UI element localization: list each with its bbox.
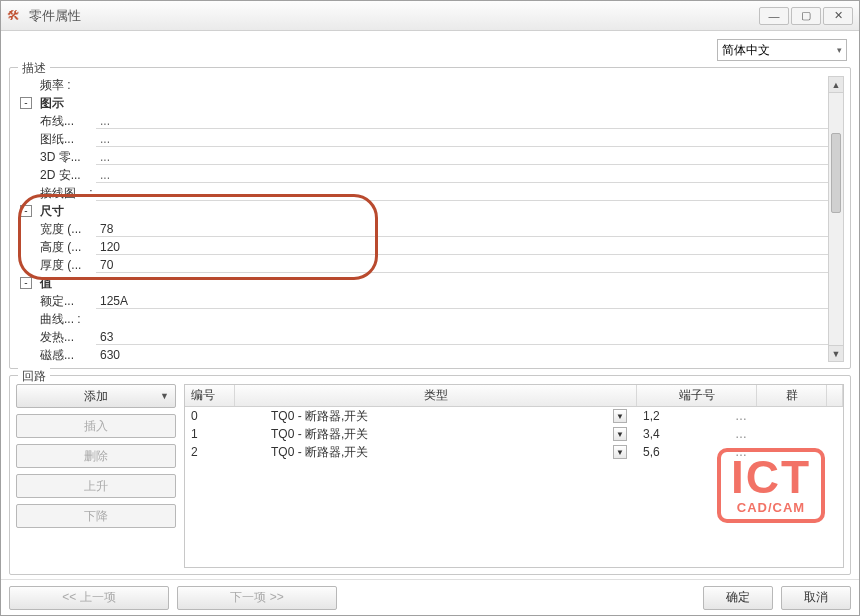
row-label: 宽度 (...: [36, 221, 96, 238]
table-row[interactable]: 1TQ0 - 断路器,开关▼3,4…: [185, 425, 843, 443]
row-label: 频率 :: [36, 77, 96, 94]
tree-group[interactable]: -值: [16, 274, 828, 292]
row-label: 高度 (...: [36, 239, 96, 256]
row-label: 磁感...: [36, 347, 96, 363]
cell-terminal[interactable]: 5,6…: [637, 443, 757, 461]
cell-num: 0: [185, 407, 235, 425]
tree-row[interactable]: 额定...125A: [16, 292, 828, 310]
row-value[interactable]: 63: [96, 329, 828, 345]
tree-row[interactable]: 3D 零......: [16, 148, 828, 166]
group-label: 图示: [36, 95, 96, 112]
close-button[interactable]: ✕: [823, 7, 853, 25]
row-value[interactable]: 120: [96, 239, 828, 255]
row-label: 厚度 (...: [36, 257, 96, 274]
table-row[interactable]: 2TQ0 - 断路器,开关▼5,6…: [185, 443, 843, 461]
row-value[interactable]: ...: [96, 149, 828, 165]
cell-group[interactable]: [757, 407, 827, 425]
description-tree[interactable]: 频率 :-图示布线......图纸......3D 零......2D 安...…: [16, 76, 828, 362]
row-value[interactable]: ...: [96, 131, 828, 147]
row-value[interactable]: [96, 77, 828, 93]
tree-row[interactable]: 布线......: [16, 112, 828, 130]
group-label: 值: [36, 275, 96, 292]
expander-icon[interactable]: -: [20, 277, 32, 289]
scroll-thumb[interactable]: [831, 133, 841, 213]
row-label: 布线...: [36, 113, 96, 130]
chevron-down-icon: ▾: [837, 45, 842, 55]
window: 零件属性 — ▢ ✕ 简体中文 ▾ 描述 频率 :-图示布线......图纸..…: [0, 0, 860, 616]
cell-group[interactable]: [757, 443, 827, 461]
expander-icon[interactable]: -: [20, 205, 32, 217]
cell-terminal[interactable]: 1,2…: [637, 407, 757, 425]
more-icon[interactable]: …: [731, 409, 751, 423]
chevron-down-icon: ▼: [160, 391, 169, 401]
minimize-button[interactable]: —: [759, 7, 789, 25]
cancel-button[interactable]: 取消: [781, 586, 851, 610]
tree-row[interactable]: 接线图... :...: [16, 184, 828, 202]
tree-row[interactable]: 宽度 (...78: [16, 220, 828, 238]
tools-icon: [7, 8, 23, 24]
dropdown-icon[interactable]: ▼: [613, 409, 627, 423]
row-label: 接线图... :: [36, 185, 96, 202]
row-value[interactable]: 630: [96, 347, 828, 362]
dropdown-icon[interactable]: ▼: [613, 427, 627, 441]
tree-group[interactable]: -图示: [16, 94, 828, 112]
circuits-legend: 回路: [18, 368, 50, 385]
language-selected: 简体中文: [722, 42, 770, 59]
row-value[interactable]: ...: [96, 167, 828, 183]
cell-type[interactable]: TQ0 - 断路器,开关▼: [235, 425, 637, 443]
scroll-down-icon[interactable]: ▼: [829, 345, 843, 361]
move-down-button: 下降: [16, 504, 176, 528]
tree-group[interactable]: -尺寸: [16, 202, 828, 220]
tree-row[interactable]: 发热...63: [16, 328, 828, 346]
row-label: 额定...: [36, 293, 96, 310]
more-icon[interactable]: …: [731, 445, 751, 459]
cell-type[interactable]: TQ0 - 断路器,开关▼: [235, 443, 637, 461]
tree-row[interactable]: 曲线... :: [16, 310, 828, 328]
table-row[interactable]: 0TQ0 - 断路器,开关▼1,2…: [185, 407, 843, 425]
insert-button: 插入: [16, 414, 176, 438]
footer-bar: << 上一项 下一项 >> 确定 取消: [1, 579, 859, 615]
tree-row[interactable]: 厚度 (...70: [16, 256, 828, 274]
row-value[interactable]: [96, 311, 828, 327]
row-label: 图纸...: [36, 131, 96, 148]
next-button: 下一项 >>: [177, 586, 337, 610]
row-value[interactable]: ...: [96, 185, 828, 201]
tree-row[interactable]: 高度 (...120: [16, 238, 828, 256]
prev-button: << 上一项: [9, 586, 169, 610]
row-value[interactable]: ...: [96, 113, 828, 129]
description-legend: 描述: [18, 60, 50, 77]
scroll-up-icon[interactable]: ▲: [829, 77, 843, 93]
circuits-fieldset: 回路 添加 ▼ 插入 删除 上升 下降 编号 类型 端子号: [9, 375, 851, 575]
more-icon[interactable]: …: [731, 427, 751, 441]
description-scrollbar[interactable]: ▲ ▼: [828, 76, 844, 362]
tree-row[interactable]: 频率 :: [16, 76, 828, 94]
move-up-button: 上升: [16, 474, 176, 498]
row-value[interactable]: 125A: [96, 293, 828, 309]
row-label: 2D 安...: [36, 167, 96, 184]
row-value[interactable]: 78: [96, 221, 828, 237]
cell-group[interactable]: [757, 425, 827, 443]
delete-button: 删除: [16, 444, 176, 468]
ok-button[interactable]: 确定: [703, 586, 773, 610]
col-num[interactable]: 编号: [185, 385, 235, 406]
grid-header: 编号 类型 端子号 群: [185, 385, 843, 407]
row-value[interactable]: 70: [96, 257, 828, 273]
tree-row[interactable]: 2D 安......: [16, 166, 828, 184]
col-group[interactable]: 群: [757, 385, 827, 406]
titlebar: 零件属性 — ▢ ✕: [1, 1, 859, 31]
cell-terminal[interactable]: 3,4…: [637, 425, 757, 443]
window-title: 零件属性: [29, 7, 757, 25]
tree-row[interactable]: 图纸......: [16, 130, 828, 148]
col-type[interactable]: 类型: [235, 385, 637, 406]
language-select[interactable]: 简体中文 ▾: [717, 39, 847, 61]
maximize-button[interactable]: ▢: [791, 7, 821, 25]
add-button[interactable]: 添加 ▼: [16, 384, 176, 408]
description-fieldset: 描述 频率 :-图示布线......图纸......3D 零......2D 安…: [9, 67, 851, 369]
row-label: 曲线... :: [36, 311, 96, 328]
dropdown-icon[interactable]: ▼: [613, 445, 627, 459]
tree-row[interactable]: 磁感...630: [16, 346, 828, 362]
circuits-grid[interactable]: 编号 类型 端子号 群 0TQ0 - 断路器,开关▼1,2…1TQ0 - 断路器…: [184, 384, 844, 568]
cell-type[interactable]: TQ0 - 断路器,开关▼: [235, 407, 637, 425]
expander-icon[interactable]: -: [20, 97, 32, 109]
col-terminal[interactable]: 端子号: [637, 385, 757, 406]
